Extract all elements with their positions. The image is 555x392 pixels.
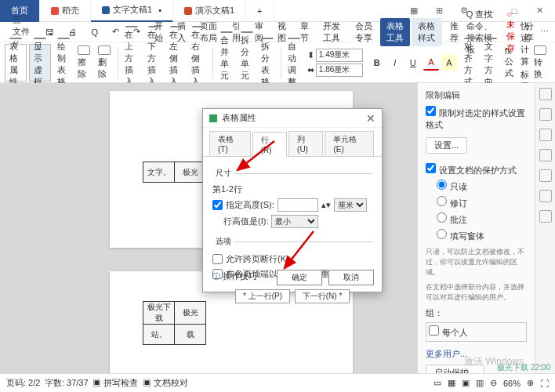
cell[interactable]: 文字。 [143,162,175,183]
doc-table-2[interactable]: 极光下载极光 站。载 [143,301,206,345]
btn-split-cell[interactable]: 拆分单元格 [237,44,257,82]
strip-icon-1[interactable] [539,88,552,100]
btn-table-props[interactable]: 表格属性 [5,44,27,82]
btn-quickcalc[interactable]: 快速计算 [521,20,530,67]
dialog-body: 尺寸 第1-2行 指定高度(S):▴▾厘米 行高值是(I):最小 选项 允许跨页… [203,157,382,310]
menu-tabletools[interactable]: 表格工具 [380,18,410,46]
dlg-tab-row[interactable]: 行(R) [252,132,287,157]
dialog-title: 表格属性 [222,112,256,124]
strip-icon-7[interactable] [539,210,552,223]
menu-recommend[interactable]: 推荐 [444,18,465,46]
menu-dev[interactable]: 开发工具 [317,18,346,46]
zoom-in[interactable]: ⊕ [527,378,534,388]
btn-erase[interactable]: 擦除 [74,44,94,82]
menu-member[interactable]: 会员专享 [349,18,379,46]
chk-protect[interactable]: 设置文档的保护方式 [426,163,527,176]
qat-undo[interactable]: ↶ [106,24,125,39]
btn-label: 对齐方式 [464,41,477,88]
strip-icon-4[interactable] [539,149,552,162]
btn-ins-above[interactable]: 在上方插入行 [121,44,143,82]
chk-break-row[interactable]: 允许跨页断行(K) [212,253,372,265]
cancel-button[interactable]: 取消 [328,270,374,285]
btn-ins-below[interactable]: 在下方插入行 [143,44,165,82]
menu-tablestyle[interactable]: 表格样式 [412,18,441,46]
width-input[interactable] [316,64,363,77]
fullscreen-icon[interactable]: ⛶ [540,379,549,388]
cell[interactable]: 站。 [143,325,175,345]
height-input[interactable] [316,49,363,62]
zoom-value[interactable]: 66% [503,379,521,388]
btn-merge[interactable]: 合并单元格 [216,44,237,82]
qat-3[interactable]: Q [85,25,104,39]
spinner-icon[interactable]: ▴▾ [321,200,331,210]
font-color-button[interactable]: A [423,55,439,71]
status-proof[interactable]: ▣ 文档校对 [143,377,188,389]
highlight-button[interactable]: A [441,55,457,71]
btn-autofit[interactable]: 自动调整 [284,44,304,82]
dlg-tab-table[interactable]: 表格(T) [209,131,251,156]
btn-ins-right[interactable]: 在右侧插入列 [187,44,209,82]
btn-delete[interactable]: 删除 [94,44,114,82]
height-value[interactable] [278,198,318,212]
btn-prev-row[interactable]: * 上一行(P) [235,289,290,303]
ok-button[interactable]: 确定 [277,270,322,285]
chk-everyone[interactable]: 每个人 [426,322,527,342]
strip-icon-5[interactable] [539,169,552,182]
unit-select[interactable]: 厘米 [334,198,367,212]
row-above-icon [125,26,138,27]
strip-icon-6[interactable] [539,190,552,202]
view-icon-2[interactable]: ▦ [448,378,455,388]
underline-button[interactable]: U [405,55,421,71]
qat-1[interactable]: 🖫 [39,25,60,39]
doc-table-1[interactable]: 文字。极光 [143,162,206,183]
italic-button[interactable]: I [387,55,403,71]
btn-direction[interactable]: 文字方向 [481,44,501,82]
pencil-icon [57,38,70,39]
btn-show-grid[interactable]: 显示虚框 [29,44,51,82]
status-words[interactable]: 字数: 37/37 [45,377,89,389]
status-page[interactable]: 页码: 2/2 [6,377,40,389]
cell[interactable]: 极光 [175,302,206,325]
btn-formula[interactable]: fx 公式 [501,44,517,82]
cell[interactable]: 极光下载 [143,302,175,325]
radio-readonly[interactable]: 只读 [437,180,527,193]
groups-label: 组： [426,307,527,319]
more-button[interactable]: ⋯ [540,27,549,37]
chk-spec-height[interactable] [212,200,223,210]
radio-comment[interactable]: 批注 [437,212,527,226]
doc-icon [51,7,59,15]
status-spell[interactable]: ▣ 拼写检查 [92,377,138,389]
btn-settings[interactable]: 设置... [426,137,467,154]
app-icon-2[interactable]: ⊞ [430,2,448,20]
split-icon [241,31,253,33]
view-icon-4[interactable]: ▥ [476,378,484,388]
btn-split-table[interactable]: 拆分表格 [257,44,278,82]
note-1: 只读，可以防止文档被修改，不过，你可以设置允许编辑的区域。 [426,247,527,278]
dialog-tips-link[interactable]: ⓘ 操作技巧 [212,270,257,282]
tab-daoqiao[interactable]: 稻壳 [40,0,91,22]
radio-form[interactable]: 填写窗体 [437,229,527,242]
btn-align[interactable]: 对齐方式 [460,44,481,82]
dlg-tab-cell[interactable]: 单元格(E) [325,131,374,156]
view-icon-1[interactable]: ▭ [433,378,441,388]
app-icon-1[interactable]: ▦ [404,2,423,20]
radio-revision[interactable]: 修订 [437,196,527,209]
btn-ins-left[interactable]: 在左侧插入列 [165,44,187,82]
cell[interactable]: 极光 [175,162,206,183]
strip-icon-3[interactable] [539,129,552,141]
qat-2[interactable]: 🖨 [62,25,83,39]
chk-styles[interactable]: 限制对选定的样式设置格式 [426,106,527,131]
btn-convert[interactable]: 转换 [530,44,550,82]
dlg-tab-col[interactable]: 列(U) [288,131,323,156]
cell[interactable]: 载 [175,325,206,345]
btn-next-row[interactable]: 下一行(N) * [295,289,350,303]
view-icon-3[interactable]: ▣ [462,378,470,388]
zoom-out[interactable]: ⊖ [490,378,497,388]
btn-draw[interactable]: 绘制表格 [53,44,74,82]
dialog-close-button[interactable]: ✕ [366,112,375,125]
dialog-titlebar[interactable]: 表格属性 ✕ [203,109,382,128]
rowh-select[interactable]: 最小 [271,215,318,228]
bold-button[interactable]: B [369,55,385,71]
strip-icon-2[interactable] [539,108,552,121]
col-right-icon [192,26,205,27]
